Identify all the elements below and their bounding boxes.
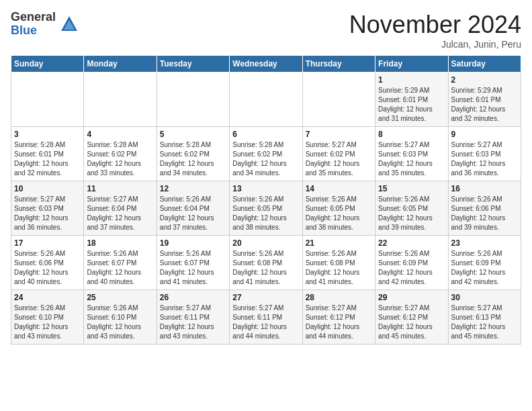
weekday-header-monday: Monday <box>84 56 157 73</box>
calendar-cell <box>84 73 157 127</box>
calendar-cell: 12Sunrise: 5:26 AM Sunset: 6:04 PM Dayli… <box>157 181 229 236</box>
weekday-header-sunday: Sunday <box>11 56 84 73</box>
day-info: Sunrise: 5:26 AM Sunset: 6:05 PM Dayligh… <box>378 195 445 232</box>
day-info: Sunrise: 5:26 AM Sunset: 6:04 PM Dayligh… <box>160 195 226 232</box>
day-info: Sunrise: 5:27 AM Sunset: 6:12 PM Dayligh… <box>306 304 372 341</box>
calendar-cell: 22Sunrise: 5:26 AM Sunset: 6:09 PM Dayli… <box>375 236 448 290</box>
calendar-week-5: 24Sunrise: 5:26 AM Sunset: 6:10 PM Dayli… <box>11 290 521 345</box>
calendar-week-1: 1Sunrise: 5:29 AM Sunset: 6:01 PM Daylig… <box>11 73 521 127</box>
weekday-row: SundayMondayTuesdayWednesdayThursdayFrid… <box>11 56 521 73</box>
calendar-cell: 24Sunrise: 5:26 AM Sunset: 6:10 PM Dayli… <box>11 290 84 345</box>
calendar-week-4: 17Sunrise: 5:26 AM Sunset: 6:06 PM Dayli… <box>11 236 521 290</box>
weekday-header-thursday: Thursday <box>302 56 375 73</box>
day-info: Sunrise: 5:27 AM Sunset: 6:03 PM Dayligh… <box>378 140 445 178</box>
day-info: Sunrise: 5:27 AM Sunset: 6:03 PM Dayligh… <box>451 140 518 178</box>
calendar-cell <box>302 73 375 127</box>
day-info: Sunrise: 5:26 AM Sunset: 6:06 PM Dayligh… <box>451 195 518 232</box>
day-number: 30 <box>451 293 518 302</box>
day-number: 2 <box>451 75 518 85</box>
calendar-cell: 29Sunrise: 5:27 AM Sunset: 6:12 PM Dayli… <box>375 290 448 345</box>
calendar-cell: 10Sunrise: 5:27 AM Sunset: 6:03 PM Dayli… <box>11 181 84 236</box>
day-number: 20 <box>232 238 299 248</box>
calendar-header: SundayMondayTuesdayWednesdayThursdayFrid… <box>11 56 521 73</box>
day-number: 27 <box>232 293 299 302</box>
calendar-cell: 6Sunrise: 5:28 AM Sunset: 6:02 PM Daylig… <box>230 127 302 181</box>
day-number: 6 <box>232 130 299 139</box>
day-info: Sunrise: 5:26 AM Sunset: 6:05 PM Dayligh… <box>232 195 299 232</box>
calendar-cell: 25Sunrise: 5:26 AM Sunset: 6:10 PM Dayli… <box>84 290 157 345</box>
weekday-header-saturday: Saturday <box>448 56 521 73</box>
day-info: Sunrise: 5:28 AM Sunset: 6:02 PM Dayligh… <box>160 140 226 178</box>
day-info: Sunrise: 5:27 AM Sunset: 6:11 PM Dayligh… <box>232 304 299 341</box>
day-number: 21 <box>306 238 372 248</box>
day-number: 28 <box>306 293 372 302</box>
day-number: 4 <box>87 130 153 139</box>
calendar-cell <box>157 73 229 127</box>
day-info: Sunrise: 5:26 AM Sunset: 6:09 PM Dayligh… <box>378 249 445 287</box>
calendar-cell: 2Sunrise: 5:29 AM Sunset: 6:01 PM Daylig… <box>448 73 521 127</box>
calendar-cell: 11Sunrise: 5:27 AM Sunset: 6:04 PM Dayli… <box>84 181 157 236</box>
day-number: 12 <box>160 184 226 193</box>
calendar-cell: 4Sunrise: 5:28 AM Sunset: 6:02 PM Daylig… <box>84 127 157 181</box>
calendar-cell <box>230 73 302 127</box>
calendar-body: 1Sunrise: 5:29 AM Sunset: 6:01 PM Daylig… <box>11 73 521 345</box>
day-info: Sunrise: 5:26 AM Sunset: 6:07 PM Dayligh… <box>87 249 153 287</box>
day-info: Sunrise: 5:28 AM Sunset: 6:02 PM Dayligh… <box>87 140 153 178</box>
day-number: 3 <box>14 130 81 139</box>
day-info: Sunrise: 5:26 AM Sunset: 6:08 PM Dayligh… <box>232 249 299 287</box>
day-info: Sunrise: 5:26 AM Sunset: 6:05 PM Dayligh… <box>306 195 372 232</box>
weekday-header-tuesday: Tuesday <box>157 56 229 73</box>
day-info: Sunrise: 5:27 AM Sunset: 6:02 PM Dayligh… <box>306 140 372 178</box>
calendar-cell <box>11 73 84 127</box>
day-number: 8 <box>378 130 445 139</box>
day-number: 16 <box>451 184 518 193</box>
title-block: November 2024 Julcan, Junin, Peru <box>349 11 521 50</box>
calendar-cell: 20Sunrise: 5:26 AM Sunset: 6:08 PM Dayli… <box>230 236 302 290</box>
calendar-cell: 28Sunrise: 5:27 AM Sunset: 6:12 PM Dayli… <box>302 290 375 345</box>
day-info: Sunrise: 5:26 AM Sunset: 6:06 PM Dayligh… <box>14 249 81 287</box>
calendar-cell: 17Sunrise: 5:26 AM Sunset: 6:06 PM Dayli… <box>11 236 84 290</box>
calendar-cell: 30Sunrise: 5:27 AM Sunset: 6:13 PM Dayli… <box>448 290 521 345</box>
calendar-cell: 23Sunrise: 5:26 AM Sunset: 6:09 PM Dayli… <box>448 236 521 290</box>
day-number: 17 <box>14 238 81 248</box>
calendar-cell: 26Sunrise: 5:27 AM Sunset: 6:11 PM Dayli… <box>157 290 229 345</box>
day-info: Sunrise: 5:28 AM Sunset: 6:02 PM Dayligh… <box>232 140 299 178</box>
calendar-cell: 27Sunrise: 5:27 AM Sunset: 6:11 PM Dayli… <box>230 290 302 345</box>
calendar-cell: 21Sunrise: 5:26 AM Sunset: 6:08 PM Dayli… <box>302 236 375 290</box>
day-info: Sunrise: 5:26 AM Sunset: 6:07 PM Dayligh… <box>160 249 226 287</box>
calendar-table: SundayMondayTuesdayWednesdayThursdayFrid… <box>11 55 521 345</box>
day-info: Sunrise: 5:26 AM Sunset: 6:08 PM Dayligh… <box>306 249 372 287</box>
calendar-cell: 9Sunrise: 5:27 AM Sunset: 6:03 PM Daylig… <box>448 127 521 181</box>
day-number: 1 <box>378 75 445 85</box>
day-number: 22 <box>378 238 445 248</box>
calendar-week-2: 3Sunrise: 5:28 AM Sunset: 6:01 PM Daylig… <box>11 127 521 181</box>
calendar-cell: 18Sunrise: 5:26 AM Sunset: 6:07 PM Dayli… <box>84 236 157 290</box>
logo-general-text: General <box>11 11 56 24</box>
day-number: 24 <box>14 293 81 302</box>
calendar-cell: 19Sunrise: 5:26 AM Sunset: 6:07 PM Dayli… <box>157 236 229 290</box>
weekday-header-wednesday: Wednesday <box>230 56 302 73</box>
calendar-cell: 16Sunrise: 5:26 AM Sunset: 6:06 PM Dayli… <box>448 181 521 236</box>
day-info: Sunrise: 5:29 AM Sunset: 6:01 PM Dayligh… <box>451 86 518 124</box>
location-subtitle: Julcan, Junin, Peru <box>349 39 521 50</box>
day-number: 13 <box>232 184 299 193</box>
logo-icon <box>60 15 79 34</box>
day-info: Sunrise: 5:27 AM Sunset: 6:11 PM Dayligh… <box>160 304 226 341</box>
day-number: 18 <box>87 238 153 248</box>
day-number: 14 <box>306 184 372 193</box>
calendar-cell: 7Sunrise: 5:27 AM Sunset: 6:02 PM Daylig… <box>302 127 375 181</box>
calendar-cell: 15Sunrise: 5:26 AM Sunset: 6:05 PM Dayli… <box>375 181 448 236</box>
calendar-cell: 8Sunrise: 5:27 AM Sunset: 6:03 PM Daylig… <box>375 127 448 181</box>
calendar-cell: 14Sunrise: 5:26 AM Sunset: 6:05 PM Dayli… <box>302 181 375 236</box>
day-number: 9 <box>451 130 518 139</box>
day-info: Sunrise: 5:26 AM Sunset: 6:09 PM Dayligh… <box>451 249 518 287</box>
day-number: 19 <box>160 238 226 248</box>
day-number: 23 <box>451 238 518 248</box>
day-number: 25 <box>87 293 153 302</box>
calendar-cell: 3Sunrise: 5:28 AM Sunset: 6:01 PM Daylig… <box>11 127 84 181</box>
day-info: Sunrise: 5:29 AM Sunset: 6:01 PM Dayligh… <box>378 86 445 124</box>
day-number: 26 <box>160 293 226 302</box>
calendar-week-3: 10Sunrise: 5:27 AM Sunset: 6:03 PM Dayli… <box>11 181 521 236</box>
day-info: Sunrise: 5:27 AM Sunset: 6:03 PM Dayligh… <box>14 195 81 232</box>
logo: General Blue <box>11 11 79 38</box>
